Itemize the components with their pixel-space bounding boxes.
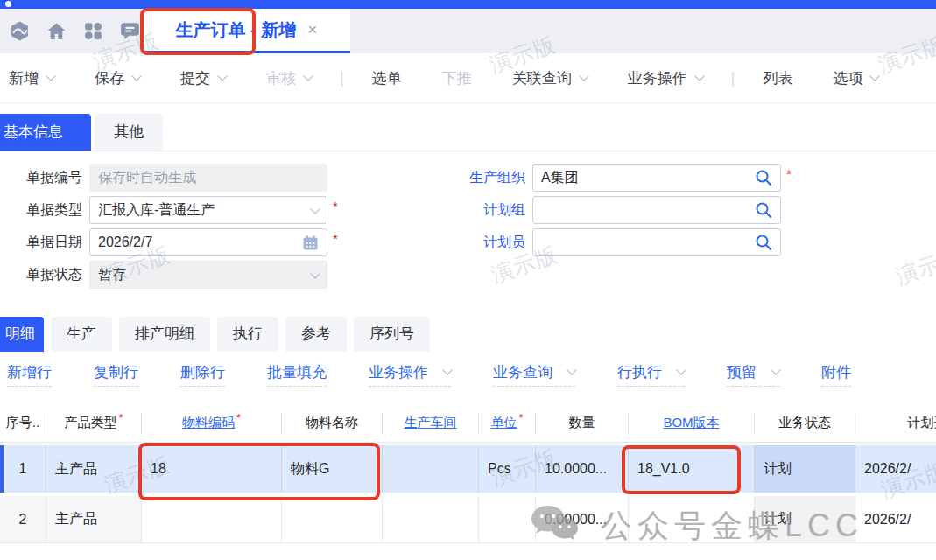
business-operation-button[interactable]: 业务操作: [628, 68, 703, 88]
tab-production-order-new[interactable]: 生产订单 - 新增 ×: [143, 9, 350, 53]
cell-product-type[interactable]: 主产品: [46, 496, 142, 542]
doc-status-label: 单据状态: [5, 266, 89, 284]
audit-button: 审核: [266, 68, 312, 88]
copy-row-link[interactable]: 复制行: [94, 362, 138, 387]
cell-bom-version[interactable]: 18_V1.0: [629, 445, 755, 493]
new-button[interactable]: 新增: [9, 68, 54, 88]
chevron-down-icon[interactable]: [771, 365, 780, 374]
list-button[interactable]: 列表: [763, 68, 792, 88]
grid-business-query-link[interactable]: 业务查询: [493, 362, 575, 387]
col-seq[interactable]: 序号..: [0, 413, 46, 434]
add-row-link[interactable]: 新增行: [7, 362, 52, 387]
material-detail-grid: 序号.. 产品类型* 物料编码* 物料名称 生产车间 单位* 数量 BOM版本 …: [0, 404, 936, 543]
cell-unit[interactable]: [479, 496, 536, 542]
cell-plan-start[interactable]: 2026/2/: [855, 445, 936, 493]
required-star: *: [118, 413, 123, 425]
cell-product-type[interactable]: 主产品: [46, 445, 142, 493]
chevron-down-icon[interactable]: [217, 71, 227, 80]
col-qty[interactable]: 数量: [536, 413, 629, 434]
tab-execute[interactable]: 执行: [217, 317, 278, 352]
table-row[interactable]: 1 主产品 18 物料G Pcs 10.0000... 18_V1.0 计划 2…: [0, 445, 936, 493]
chevron-down-icon[interactable]: [442, 365, 452, 374]
batch-fill-link[interactable]: 批量填充: [267, 362, 327, 387]
cell-unit[interactable]: Pcs: [479, 445, 536, 493]
close-icon[interactable]: ×: [307, 20, 317, 39]
cell-plan-start[interactable]: 2026/2/: [855, 496, 936, 542]
chevron-down-icon: [303, 71, 313, 80]
apps-grid-icon[interactable]: [82, 20, 104, 42]
doc-date-label: 单据日期: [5, 234, 89, 252]
cell-material-name[interactable]: [282, 496, 383, 542]
submit-button[interactable]: 提交: [180, 68, 226, 88]
doc-date-field[interactable]: 2026/2/7: [89, 228, 327, 256]
doc-type-select[interactable]: 汇报入库-普通生产: [89, 196, 327, 224]
cell-material-name[interactable]: 物料G: [282, 445, 383, 493]
detail-tab-strip: 明细 生产 排产明细 执行 参考 序列号: [0, 317, 430, 352]
tab-schedule-detail[interactable]: 排产明细: [119, 317, 210, 352]
col-material-code[interactable]: 物料编码*: [142, 413, 282, 434]
save-button[interactable]: 保存: [95, 68, 140, 88]
tab-production[interactable]: 生产: [51, 317, 112, 352]
prod-org-lookup[interactable]: A集团: [532, 164, 781, 192]
kingdee-logo-icon[interactable]: [9, 20, 31, 42]
row-execute-link[interactable]: 行执行: [617, 362, 685, 387]
cell-bom-version[interactable]: [629, 496, 755, 542]
planner-lookup[interactable]: [532, 228, 781, 256]
doc-status-select: 暂存: [89, 261, 327, 289]
col-bom-version[interactable]: BOM版本: [629, 413, 755, 434]
col-workshop[interactable]: 生产车间: [383, 413, 479, 434]
col-plan-start[interactable]: 计划开: [855, 413, 936, 434]
cell-material-code[interactable]: 18: [142, 445, 282, 493]
chevron-down-icon[interactable]: [310, 204, 320, 214]
search-icon[interactable]: [755, 234, 772, 251]
app-window: 生产订单 - 新增 × 新增 保存 提交 审核 | 选单 下推 关联查询 业务操…: [0, 0, 936, 560]
calendar-icon[interactable]: [302, 234, 319, 251]
table-row[interactable]: 2 主产品 0.00000... 计划 2026/2/: [0, 496, 936, 543]
plan-group-lookup[interactable]: [532, 196, 781, 224]
cell-seq[interactable]: 2: [0, 496, 46, 542]
cell-qty[interactable]: 0.00000...: [536, 496, 629, 542]
chevron-down-icon[interactable]: [870, 71, 880, 80]
chevron-down-icon[interactable]: [131, 71, 141, 80]
top-title-strip: [0, 0, 936, 9]
search-icon[interactable]: [755, 201, 772, 219]
pick-order-button[interactable]: 选单: [372, 68, 402, 88]
push-down-button: 下推: [442, 68, 472, 88]
chevron-down-icon[interactable]: [567, 365, 576, 374]
message-icon[interactable]: [119, 20, 141, 42]
toolbar-separator: |: [340, 69, 344, 88]
cell-seq[interactable]: 1: [0, 445, 46, 493]
tab-other[interactable]: 其他: [95, 114, 163, 150]
related-query-button[interactable]: 关联查询: [512, 68, 588, 88]
planner-label[interactable]: 计划员: [441, 234, 532, 252]
col-biz-status[interactable]: 业务状态: [755, 413, 855, 434]
grid-business-operation-link[interactable]: 业务操作: [369, 362, 451, 387]
search-icon[interactable]: [755, 169, 772, 186]
main-toolbar: 新增 保存 提交 审核 | 选单 下推 关联查询 业务操作 | 列表 选项: [0, 53, 936, 103]
plan-group-label[interactable]: 计划组: [441, 201, 532, 220]
col-unit[interactable]: 单位*: [479, 413, 536, 434]
chevron-down-icon[interactable]: [694, 71, 704, 80]
attachment-link[interactable]: 附件: [821, 362, 851, 387]
cell-qty[interactable]: 10.0000...: [536, 445, 629, 493]
prod-org-label[interactable]: 生产组织: [441, 169, 532, 187]
chevron-down-icon[interactable]: [46, 71, 55, 80]
col-product-type[interactable]: 产品类型*: [46, 413, 142, 434]
options-button[interactable]: 选项: [833, 68, 878, 88]
required-star: *: [236, 413, 241, 425]
doc-no-label: 单据编号: [5, 169, 89, 187]
chevron-down-icon[interactable]: [676, 365, 686, 374]
col-material-name[interactable]: 物料名称: [282, 413, 383, 434]
delete-row-link[interactable]: 删除行: [180, 362, 225, 387]
grid-action-bar: 新增行 复制行 删除行 批量填充 业务操作 业务查询 行执行 预留 附件: [0, 352, 936, 397]
tab-serial-number[interactable]: 序列号: [354, 317, 430, 352]
reserve-link[interactable]: 预留: [727, 362, 779, 387]
cell-material-code[interactable]: [142, 496, 282, 542]
cell-workshop[interactable]: [383, 496, 479, 542]
tab-reference[interactable]: 参考: [285, 317, 347, 352]
chevron-down-icon[interactable]: [579, 71, 588, 80]
home-icon[interactable]: [46, 20, 67, 42]
tab-basic-info[interactable]: 基本信息: [0, 114, 91, 150]
cell-workshop[interactable]: [383, 445, 479, 493]
tab-detail[interactable]: 明细: [0, 317, 44, 352]
